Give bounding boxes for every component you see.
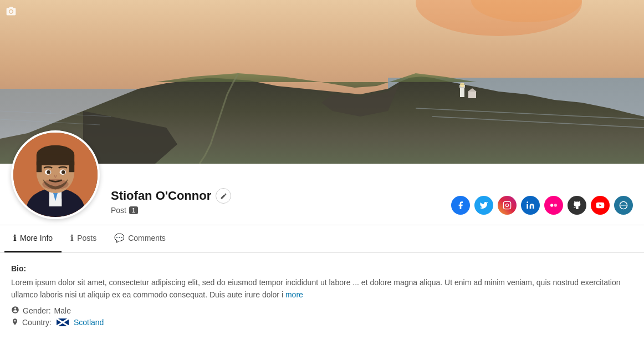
social-wordpress-icon[interactable] bbox=[614, 196, 633, 215]
bio-more-link[interactable]: more bbox=[285, 290, 303, 299]
posts-tab-label: Posts bbox=[77, 234, 96, 242]
gender-label: Gender: bbox=[23, 306, 51, 315]
svg-rect-38 bbox=[527, 204, 528, 209]
edit-profile-button[interactable] bbox=[216, 188, 231, 204]
gender-value: Male bbox=[54, 306, 71, 315]
more-info-tab-icon: ℹ bbox=[13, 233, 17, 243]
svg-point-19 bbox=[10, 10, 13, 13]
comments-tab-label: Comments bbox=[128, 234, 166, 242]
svg-point-40 bbox=[550, 204, 553, 206]
svg-point-41 bbox=[554, 204, 557, 206]
post-badge: 1 bbox=[129, 206, 138, 214]
bio-content: Lorem ipsum dolor sit amet, consectetur … bbox=[11, 278, 621, 299]
profile-section: Stiofan O'Connor Post 1 bbox=[0, 164, 644, 225]
gender-row: Gender: Male bbox=[11, 306, 633, 316]
social-linkedin-icon[interactable] bbox=[521, 196, 540, 215]
post-label: Post bbox=[111, 206, 126, 215]
social-icons bbox=[451, 196, 633, 219]
svg-rect-11 bbox=[468, 92, 476, 98]
comments-tab-icon: 💬 bbox=[114, 233, 125, 243]
gender-icon bbox=[11, 306, 19, 316]
avatar-wrapper bbox=[11, 130, 100, 219]
social-github-icon[interactable] bbox=[568, 196, 586, 215]
tab-comments[interactable]: 💬 Comments bbox=[105, 225, 175, 252]
tab-posts[interactable]: ℹ Posts bbox=[62, 225, 105, 252]
profile-info: Stiofan O'Connor Post 1 bbox=[111, 188, 451, 219]
tabs-bar: ℹ More Info ℹ Posts 💬 Comments bbox=[0, 225, 644, 253]
country-value[interactable]: Scotland bbox=[74, 318, 104, 327]
svg-rect-30 bbox=[69, 161, 75, 172]
svg-rect-28 bbox=[37, 155, 74, 165]
profile-post-count: Post 1 bbox=[111, 206, 451, 215]
scotland-flag-icon bbox=[57, 318, 69, 326]
profile-name-row: Stiofan O'Connor bbox=[111, 188, 451, 204]
svg-rect-29 bbox=[37, 161, 42, 172]
location-icon bbox=[11, 318, 19, 327]
social-flickr-icon[interactable] bbox=[544, 196, 563, 215]
svg-point-33 bbox=[47, 170, 50, 174]
posts-tab-icon: ℹ bbox=[70, 233, 74, 243]
country-row: Country: Scotland bbox=[11, 318, 633, 327]
tab-more-info[interactable]: ℹ More Info bbox=[4, 225, 62, 252]
bio-label: Bio: bbox=[11, 264, 633, 273]
svg-point-34 bbox=[62, 170, 65, 174]
avatar bbox=[11, 130, 100, 219]
cover-camera-icon[interactable] bbox=[6, 6, 17, 19]
content-area: Bio: Lorem ipsum dolor sit amet, consect… bbox=[0, 253, 644, 341]
more-info-tab-label: More Info bbox=[20, 234, 53, 242]
social-youtube-icon[interactable] bbox=[591, 196, 610, 215]
social-twitter-icon[interactable] bbox=[474, 196, 493, 215]
social-instagram-icon[interactable] bbox=[498, 196, 517, 215]
social-facebook-icon[interactable] bbox=[451, 196, 470, 215]
svg-rect-36 bbox=[503, 201, 510, 209]
svg-point-10 bbox=[460, 83, 464, 87]
svg-point-39 bbox=[527, 201, 528, 203]
bio-text: Lorem ipsum dolor sit amet, consectetur … bbox=[11, 276, 633, 301]
profile-name: Stiofan O'Connor bbox=[111, 189, 211, 203]
country-label: Country: bbox=[22, 318, 52, 327]
